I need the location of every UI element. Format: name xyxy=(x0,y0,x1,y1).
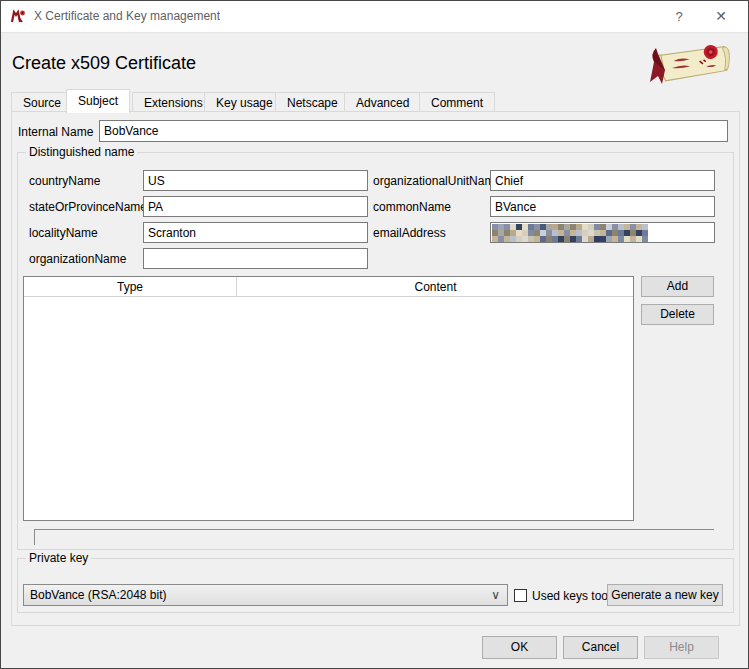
private-key-selected-value: BobVance (RSA:2048 bit) xyxy=(30,588,167,602)
chevron-down-icon: ∨ xyxy=(491,585,500,605)
cancel-button[interactable]: Cancel xyxy=(563,636,638,659)
tab-extensions[interactable]: Extensions xyxy=(132,92,215,112)
xca-dialog-window: X Certificate and Key management ? ✕ Cre… xyxy=(0,0,749,669)
page-title: Create x509 Certificate xyxy=(12,53,196,74)
generate-new-key-button[interactable]: Generate a new key xyxy=(607,584,723,606)
internal-name-label: Internal Name xyxy=(18,125,93,139)
window-close-button[interactable]: ✕ xyxy=(704,1,738,32)
titlebar-separator xyxy=(1,32,748,33)
xca-app-icon xyxy=(10,9,26,25)
xca-scroll-logo-icon xyxy=(648,42,737,88)
tab-subject[interactable]: Subject xyxy=(66,89,130,113)
tab-netscape[interactable]: Netscape xyxy=(275,92,350,112)
private-key-select[interactable]: BobVance (RSA:2048 bit) ∨ xyxy=(23,584,508,606)
tab-comment[interactable]: Comment xyxy=(419,92,495,112)
window-help-button[interactable]: ? xyxy=(662,1,696,32)
column-header-type[interactable]: Type xyxy=(24,277,237,297)
organizational-unit-label: organizationalUnitName xyxy=(373,174,501,188)
private-key-group-label: Private key xyxy=(26,551,91,565)
tab-advanced[interactable]: Advanced xyxy=(344,92,421,112)
internal-name-input[interactable] xyxy=(99,120,728,142)
country-name-label: countryName xyxy=(29,174,100,188)
organization-name-label: organizationName xyxy=(29,252,126,266)
column-header-content[interactable]: Content xyxy=(238,277,633,297)
locality-name-input[interactable] xyxy=(143,222,368,243)
used-keys-too-checkbox[interactable] xyxy=(514,589,527,602)
common-name-input[interactable] xyxy=(490,196,715,217)
window-title: X Certificate and Key management xyxy=(34,9,220,23)
tab-key-usage[interactable]: Key usage xyxy=(204,92,285,112)
tab-source[interactable]: Source xyxy=(11,92,73,112)
add-button[interactable]: Add xyxy=(641,276,714,297)
ok-button[interactable]: OK xyxy=(482,636,557,659)
common-name-label: commonName xyxy=(373,200,451,214)
organizational-unit-input[interactable] xyxy=(490,170,715,191)
state-province-input[interactable] xyxy=(143,196,368,217)
distinguished-name-group-label: Distinguished name xyxy=(26,145,137,159)
email-address-label: emailAddress xyxy=(373,226,446,240)
help-button: Help xyxy=(644,636,719,659)
delete-button[interactable]: Delete xyxy=(641,304,714,325)
used-keys-too-label: Used keys too xyxy=(532,589,608,603)
country-name-input[interactable] xyxy=(143,170,368,191)
locality-name-label: localityName xyxy=(29,226,98,240)
dn-entries-table[interactable]: Type Content xyxy=(23,276,634,521)
organization-name-input[interactable] xyxy=(143,248,368,269)
state-province-label: stateOrProvinceName xyxy=(29,200,147,214)
email-redacted-value xyxy=(492,224,648,242)
table-header: Type Content xyxy=(24,277,633,297)
entry-edit-line[interactable] xyxy=(34,529,714,545)
title-bar[interactable]: X Certificate and Key management ? ✕ xyxy=(1,1,748,32)
